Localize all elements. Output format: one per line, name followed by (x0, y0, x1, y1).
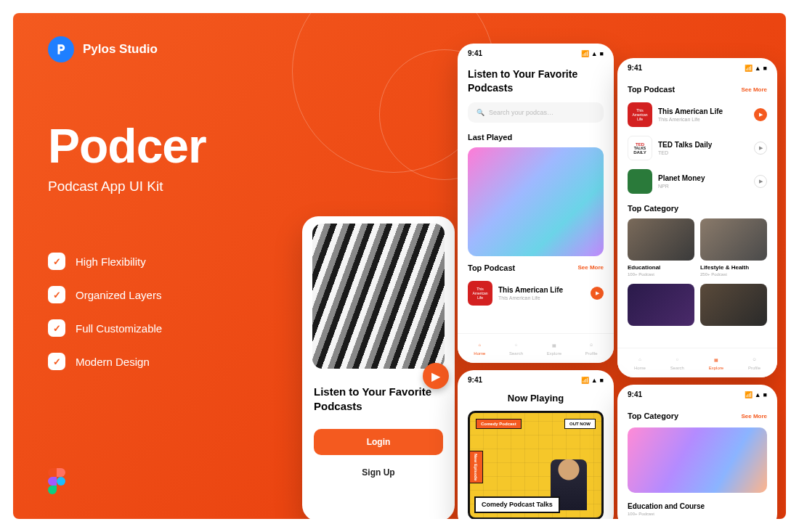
badge-outnow: OUT NOW (564, 419, 596, 429)
signup-button[interactable]: Sign Up (314, 459, 443, 486)
battery-icon: ■ (600, 50, 604, 57)
screen-home: 9:41 📶▲■ Listen to Your Favorite Podcast… (458, 44, 614, 363)
hero-title: Podcer (48, 122, 206, 170)
battery-icon: ■ (763, 65, 767, 72)
now-playing-art: Comedy Podcast OUT NOW New Episode Comed… (468, 411, 604, 519)
signal-icon: 📶 (745, 391, 753, 398)
status-time: 9:41 (628, 64, 642, 72)
podcast-thumb (628, 169, 652, 194)
search-icon: ○ (672, 354, 682, 364)
podcast-item[interactable]: TEDTALKSDAILY TED Talks DailyTED ▶ (617, 131, 777, 165)
brand: Pylos Studio (48, 36, 158, 62)
podcast-thumb: ThisAmericanLife (468, 281, 492, 306)
badge-category: Comedy Podcast (476, 419, 522, 429)
user-icon: ☺ (586, 340, 596, 350)
nav-profile[interactable]: ☺Profile (748, 354, 761, 370)
category-image (628, 284, 694, 326)
svg-point-0 (57, 477, 65, 486)
hero-subtitle: Podcast App UI Kit (48, 179, 206, 195)
badge-new: New Episode (469, 451, 483, 483)
nav-explore[interactable]: ▦Explore (709, 354, 723, 370)
section-top-podcast: Top Podcast (468, 263, 515, 272)
see-more-link[interactable]: See More (741, 86, 767, 93)
category-card[interactable] (628, 284, 694, 326)
grid-icon: ▦ (711, 354, 721, 364)
feature-list: ✓High Flexibility ✓Organized Layers ✓Ful… (48, 253, 162, 370)
check-icon: ✓ (48, 319, 65, 337)
search-icon: 🔍 (476, 109, 484, 116)
nav-home[interactable]: ⌂Home (474, 340, 485, 356)
podcast-item[interactable]: ThisAmericanLife This American LifeThis … (458, 277, 614, 310)
section-top-category: Top Category (628, 412, 678, 420)
check-icon: ✓ (48, 286, 65, 303)
play-button[interactable]: ▶ (754, 142, 767, 155)
feature-item: ✓Modern Design (48, 353, 162, 370)
signal-icon: 📶 (581, 50, 589, 57)
section-top-category: Top Category (617, 198, 777, 218)
nav-search[interactable]: ○Search (509, 340, 523, 356)
nav-home[interactable]: ⌂Home (634, 354, 646, 370)
nav-explore[interactable]: ▦Explore (547, 340, 561, 356)
wifi-icon: ▲ (755, 65, 761, 72)
feature-item: ✓Organized Layers (48, 286, 162, 303)
search-input[interactable]: 🔍Search your podcas… (468, 102, 604, 123)
check-icon: ✓ (48, 253, 65, 270)
page-title: Now Playing (458, 390, 614, 411)
feature-item: ✓High Flexibility (48, 253, 162, 270)
section-last-played: Last Played (458, 130, 614, 147)
category-image (700, 218, 767, 261)
see-more-link[interactable]: See More (741, 413, 767, 420)
category-image (700, 284, 767, 326)
login-button[interactable]: Login (314, 429, 443, 455)
podcast-item[interactable]: ThisAmericanLife This American LifeThis … (617, 98, 777, 131)
category-card[interactable] (700, 284, 767, 326)
play-fab-button[interactable]: ▶ (423, 363, 449, 389)
search-icon: ○ (511, 340, 521, 350)
battery-icon: ■ (600, 377, 604, 384)
category-name: Education and Course (628, 502, 767, 510)
last-played-art[interactable] (468, 147, 604, 256)
category-image (628, 218, 694, 261)
wifi-icon: ▲ (591, 50, 598, 57)
see-more-link[interactable]: See More (577, 264, 604, 271)
status-bar: 9:41 📶▲■ (617, 385, 777, 404)
status-bar: 9:41 📶▲■ (617, 58, 777, 78)
play-button[interactable]: ▶ (754, 108, 767, 121)
podcast-item[interactable]: Planet MoneyNPR ▶ (617, 165, 777, 198)
bottom-nav: ⌂Home ○Search ▦Explore ☺Profile (617, 348, 777, 377)
check-icon: ✓ (48, 353, 65, 370)
home-icon: ⌂ (635, 354, 645, 364)
podcast-thumb: ThisAmericanLife (628, 102, 652, 127)
signal-icon: 📶 (745, 65, 753, 72)
status-time: 9:41 (468, 376, 482, 384)
home-icon: ⌂ (474, 340, 484, 350)
feature-item: ✓Full Customizable (48, 319, 162, 337)
category-hero-image[interactable] (628, 427, 767, 493)
nav-search[interactable]: ○Search (670, 354, 684, 370)
nav-profile[interactable]: ☺Profile (585, 340, 598, 356)
grid-icon: ▦ (549, 340, 559, 350)
category-card[interactable]: Educational 100+ Podcast (628, 218, 694, 277)
category-card[interactable]: Lifestyle & Health 250+ Podcast (700, 218, 767, 277)
screen-explore: 9:41 📶▲■ Top Podcast See More ThisAmeric… (617, 58, 777, 377)
episode-title: Comedy Podcast Talks (474, 496, 560, 513)
figma-icon (48, 468, 65, 494)
play-button[interactable]: ▶ (754, 175, 767, 188)
podcast-thumb: TEDTALKSDAILY (628, 136, 652, 160)
play-button[interactable]: ▶ (591, 287, 604, 300)
bottom-nav: ⌂Home ○Search ▦Explore ☺Profile (458, 333, 614, 363)
status-bar: 9:41 📶▲■ (458, 370, 614, 390)
wifi-icon: ▲ (591, 377, 598, 384)
screen-onboarding: ▶ Listen to Your Favorite Podcasts Login… (302, 216, 455, 519)
battery-icon: ■ (763, 391, 767, 398)
page-title: Listen to Your Favorite Podcasts (458, 63, 614, 102)
category-sub: 100+ Podcast (628, 512, 767, 516)
status-time: 9:41 (628, 390, 642, 398)
section-top-podcast: Top Podcast (628, 85, 675, 94)
screen-now-playing: 9:41 📶▲■ Now Playing Comedy Podcast OUT … (458, 370, 614, 519)
status-bar: 9:41 📶▲■ (458, 44, 614, 63)
user-icon: ☺ (749, 354, 759, 364)
wifi-icon: ▲ (755, 391, 761, 398)
brand-logo-icon (48, 36, 74, 62)
screen-category: 9:41 📶▲■ Top Category See More Education… (617, 385, 777, 519)
